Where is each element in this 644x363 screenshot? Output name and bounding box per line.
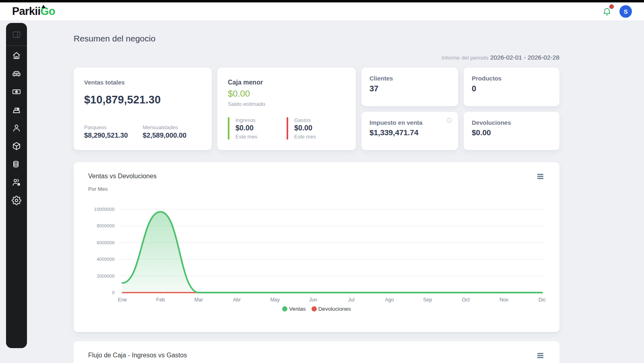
dashboard: ParkiiGo S Resumen del negocio Informe d [0, 0, 644, 363]
sidebar-item-user-icon[interactable] [12, 123, 21, 133]
breakdown-stat: Parqueos$8,290,521.30 [84, 124, 143, 140]
svg-text:Feb: Feb [156, 297, 165, 303]
legend-marker [282, 306, 287, 311]
notifications-bell-icon[interactable] [602, 6, 612, 17]
kpi-cards: Ventas totales $10,879,521.30 Parqueos$8… [74, 68, 559, 150]
stat-value: $0.00 [235, 124, 257, 132]
caja-stat-ingresos: Ingresos$0.00Este mes [228, 117, 287, 140]
notification-badge [609, 4, 614, 9]
stat-value: $0.00 [294, 124, 316, 132]
period-label: Informe del periodo [442, 55, 488, 61]
svg-text:Abr: Abr [233, 297, 241, 303]
page-title: Resumen del negocio [74, 34, 155, 43]
svg-text:Nov: Nov [500, 297, 509, 303]
area-chart: 0200000040000006000000800000010000000Ene… [91, 200, 554, 305]
sidebar-nav [6, 23, 27, 348]
card-title: Ventas totales [84, 79, 201, 86]
chart-title: Flujo de Caja - Ingresos vs Gastos [88, 352, 187, 359]
svg-text:Mar: Mar [194, 297, 203, 303]
header-actions: S [602, 5, 632, 18]
sidebar-item-settings-icon[interactable] [12, 196, 21, 205]
stat-value: $2,589,000.00 [143, 132, 202, 140]
chart-subtitle: Por Mes [88, 186, 107, 192]
svg-text:8000000: 8000000 [97, 223, 115, 228]
legend-marker [312, 306, 317, 311]
caja-stats: Ingresos$0.00Este mesGastos$0.00Este mes [228, 117, 345, 140]
card-title: Impuesto en venta [369, 119, 450, 126]
stat-label: Parqueos [84, 124, 143, 130]
svg-text:6000000: 6000000 [97, 240, 115, 245]
stat-value: $8,290,521.30 [84, 132, 143, 140]
brand-logo[interactable]: ParkiiGo [12, 5, 55, 18]
sidebar-item-cash-register-icon[interactable] [12, 105, 21, 115]
card-impuesto-en-venta: Impuesto en venta $1,339,471.74 ⓘ [361, 112, 458, 150]
stat-label: Ingresos [235, 117, 257, 123]
ventas-breakdown: Parqueos$8,290,521.30Mensualidades$2,589… [84, 124, 201, 140]
card-ventas-totales: Ventas totales $10,879,521.30 Parqueos$8… [74, 68, 212, 150]
productos-value: 0 [472, 84, 551, 93]
stat-label: Mensualidades [143, 124, 202, 130]
card-caja-menor: Caja menor $0.00 Saldo estimado Ingresos… [217, 68, 356, 150]
sidebar-item-home-icon[interactable] [12, 51, 21, 60]
devoluciones-value: $0.00 [472, 128, 551, 137]
top-header: ParkiiGo S [0, 2, 644, 21]
sidebar-items [12, 51, 21, 214]
sidebar-divider [6, 45, 27, 46]
sidebar-item-banknote-icon[interactable] [12, 87, 21, 97]
chart-menu-icon[interactable] [537, 353, 543, 359]
stat-color-bar [287, 117, 288, 140]
impuesto-value: $1,339,471.74 [369, 128, 450, 137]
svg-text:Oct: Oct [462, 297, 470, 303]
card-title: Devoluciones [472, 119, 551, 126]
card-devoluciones: Devoluciones $0.00 [464, 112, 559, 150]
svg-text:Dic: Dic [539, 297, 546, 303]
svg-text:Ene: Ene [118, 297, 127, 303]
caja-caption: Saldo estimado [228, 101, 345, 107]
svg-text:0: 0 [112, 290, 115, 295]
breakdown-stat: Mensualidades$2,589,000.00 [143, 124, 202, 140]
chart-menu-icon[interactable] [537, 174, 543, 180]
chart-card-ventas-vs-devoluciones: Ventas vs Devoluciones Por Mes 020000004… [74, 162, 559, 332]
legend-item-devoluciones[interactable]: Devoluciones [312, 306, 351, 312]
sidebar-toggle-icon[interactable] [12, 30, 21, 39]
period-value: 2026-02-01 - 2026-02-28 [490, 54, 559, 61]
caja-stat-gastos: Gastos$0.00Este mes [287, 117, 345, 140]
brand-part1: Parkii [12, 5, 41, 17]
svg-text:Jul: Jul [348, 297, 355, 303]
card-clientes: Clientes 37 [361, 68, 458, 106]
svg-text:4000000: 4000000 [97, 257, 115, 262]
svg-text:Jun: Jun [309, 297, 317, 303]
clientes-value: 37 [369, 84, 450, 93]
legend-label: Devoluciones [318, 306, 351, 312]
stat-caption: Este mes [235, 134, 257, 140]
svg-text:10000000: 10000000 [94, 207, 115, 212]
svg-text:May: May [270, 297, 280, 303]
sidebar-item-car-icon[interactable] [12, 69, 21, 78]
brand-triangle-icon [41, 5, 45, 8]
card-productos: Productos 0 [464, 68, 559, 106]
svg-text:Sep: Sep [423, 297, 432, 303]
sidebar-item-coins-icon[interactable] [12, 159, 21, 169]
chart-card-flujo-de-caja: Flujo de Caja - Ingresos vs Gastos [74, 341, 559, 363]
user-avatar[interactable]: S [619, 5, 632, 18]
card-title: Productos [472, 75, 551, 82]
caja-balance: $0.00 [228, 89, 345, 99]
ventas-totales-value: $10,879,521.30 [84, 94, 201, 106]
sidebar-item-users-settings-icon[interactable] [12, 177, 21, 187]
svg-text:Ago: Ago [385, 297, 394, 303]
info-icon[interactable]: ⓘ [447, 117, 452, 124]
card-title: Caja menor [228, 79, 345, 86]
chart-title: Ventas vs Devoluciones [88, 173, 157, 180]
sidebar-item-package-icon[interactable] [12, 141, 21, 151]
legend-item-ventas[interactable]: Ventas [282, 306, 305, 312]
stat-label: Gastos [294, 117, 316, 123]
stat-caption: Este mes [294, 134, 316, 140]
svg-text:2000000: 2000000 [97, 274, 115, 278]
legend-label: Ventas [289, 306, 305, 312]
chart-legend: VentasDevoluciones [74, 306, 559, 312]
report-period: Informe del periodo 2026-02-01 - 2026-02… [74, 54, 559, 61]
card-title: Clientes [369, 75, 450, 82]
stat-color-bar [228, 117, 229, 140]
